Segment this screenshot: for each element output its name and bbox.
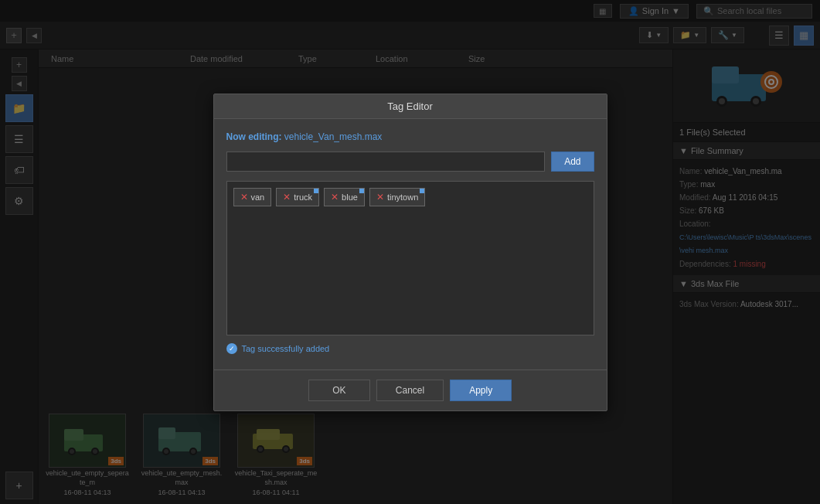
tags-container: ✕ van ✕ truck ✕ blue ✕ tinytown [226, 181, 594, 335]
modal-title: Tag Editor [387, 100, 433, 112]
tag-input[interactable] [226, 152, 546, 172]
success-icon: ✓ [226, 343, 237, 354]
tag-editor-modal: Tag Editor Now editing: vehicle_Van_mesh… [213, 94, 607, 411]
tag-truck-label: truck [294, 192, 312, 202]
editing-filename: vehicle_Van_mesh.max [284, 131, 383, 142]
tag-van-label: van [251, 192, 265, 202]
tag-chip-tinytown[interactable]: ✕ tinytown [369, 188, 425, 206]
remove-tinytown-icon[interactable]: ✕ [376, 192, 384, 203]
tag-input-row: Add [226, 152, 594, 172]
editing-prefix: Now editing: [226, 131, 282, 142]
remove-van-icon[interactable]: ✕ [240, 192, 248, 203]
tag-chip-van[interactable]: ✕ van [233, 188, 272, 206]
remove-blue-icon[interactable]: ✕ [331, 192, 339, 203]
tag-blue-label: blue [342, 192, 358, 202]
success-text: Tag successfully added [242, 344, 330, 353]
tag-chip-blue[interactable]: ✕ blue [324, 188, 365, 206]
modal-header: Tag Editor [214, 94, 607, 119]
cancel-button[interactable]: Cancel [376, 380, 444, 401]
remove-truck-icon[interactable]: ✕ [283, 192, 291, 203]
ok-button[interactable]: OK [308, 380, 370, 401]
modal-overlay: Tag Editor Now editing: vehicle_Van_mesh… [0, 0, 820, 504]
editing-label: Now editing: vehicle_Van_mesh.max [226, 131, 594, 142]
tag-corner-2 [359, 189, 364, 193]
success-message: ✓ Tag successfully added [226, 343, 594, 354]
tag-corner [314, 189, 318, 193]
add-tag-button[interactable]: Add [551, 152, 594, 172]
tag-corner-3 [420, 189, 424, 193]
apply-button[interactable]: Apply [450, 380, 512, 401]
tag-chip-truck[interactable]: ✕ truck [276, 188, 319, 206]
tag-tinytown-label: tinytown [387, 192, 418, 202]
modal-body: Now editing: vehicle_Van_mesh.max Add ✕ … [214, 119, 607, 369]
modal-footer: OK Cancel Apply [214, 369, 607, 410]
